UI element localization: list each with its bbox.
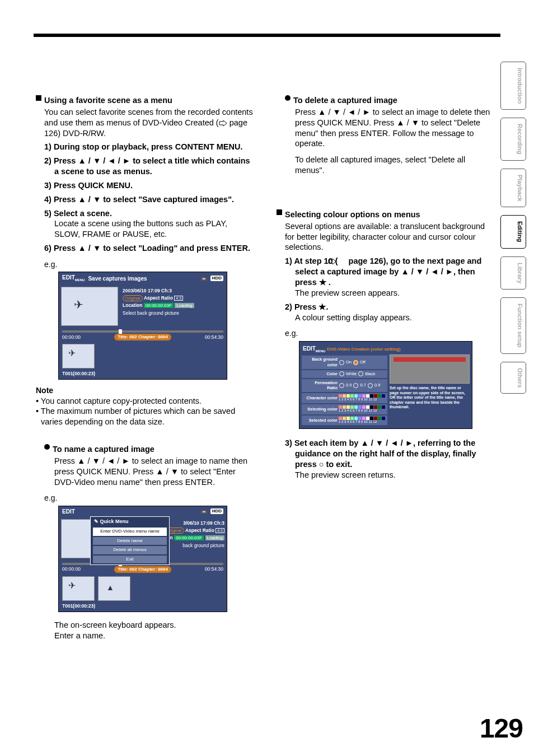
colour-step-1: 1) At step 10 ( page 126), go to the nex… [285,256,495,288]
colour-step-1-result: The preview screen appears. [295,288,495,298]
page-rule [34,34,500,37]
footer-line-2: Enter a name. [54,631,254,641]
note-heading: Note [36,385,254,395]
right-column: To delete a captured image Press ▲ / ▼ /… [277,95,495,641]
star-icon: ★ [318,302,326,311]
time-badge: 00:00:00:03F [144,303,174,308]
plane-icon: ✈ [74,297,83,312]
note-2: • The maximum number of pictures which c… [36,406,254,427]
heading-colour-options: Selecting colour options on menus [277,209,495,220]
osd-instruction: Select back ground picture [123,310,224,316]
captured-thumb-a: ✈ [62,576,95,601]
hdd-badge: HDD [210,276,223,281]
delete-all-body: To delete all captured images, select "D… [295,155,495,176]
osd2-title-left: EDIT [62,508,75,515]
heading-name-captured: To name a captured image [44,444,254,455]
hdd-icon: 📼 [200,275,207,282]
captured-thumb-b: ▲ [98,576,130,601]
osd-thumbnail: ✈ [61,287,118,326]
dot-bullet-icon [44,444,50,450]
osd-color-setting: EDITMENU DVD-Video Creation (color setti… [299,341,472,430]
heading-delete-captured: To delete a captured image [285,95,495,106]
osd-save-captures: EDITMENU Save captures images 📼 HDD ✈ 20… [58,272,227,380]
heading-favorite-scene: Using a favorite scene as a menu [36,95,254,106]
square-bullet-icon [277,209,282,215]
step-6: 6) Press ▲ / ▼ to select "Loading" and p… [44,243,254,254]
page-ref-arrow-icon [219,118,227,124]
pencil-icon: ✎ [94,519,99,524]
tab-others: Others [500,362,526,394]
loading-badge: Loading [175,303,194,308]
note-1: • You cannot capture copy-protected cont… [36,396,254,407]
circle-icon: ○ [319,460,324,469]
tab-introduction: Introduction [500,62,526,110]
qm-item-enter-name: Enter DVD-Video menu name [93,528,167,535]
title-chapter-pill: Title: 002 Chapter: 0004 [114,334,171,340]
quick-menu-overlay: ✎ Quick Menu Enter DVD-Video menu name D… [90,516,170,565]
page-number: 129 [480,711,523,746]
colour-step-3-result: The preview screen returns. [295,470,495,480]
step-3: 3) Press QUICK MENU. [44,180,254,191]
ratio-badge: 4:3 [174,296,183,301]
time-right: 00:54:30 [205,334,223,340]
colour-step-3: 3) Set each item by ▲ / ▼ / ◄ / ►, refer… [285,438,495,470]
tab-editing: Editing [500,215,526,248]
star-icon: ★ [319,278,326,287]
color-help-text: Set up the disc name, the title name or … [390,386,470,409]
hdd-badge: HDD [210,508,223,514]
qm-item-delete-name: Delete name [93,537,167,545]
square-bullet-icon [36,95,41,101]
time-left: 00:00:00 [62,334,81,340]
delete-body: Press ▲ / ▼ / ◄ / ► to select an image t… [295,107,495,149]
cap-label: T001(00:00:23) [59,371,227,379]
colour-intro: Several options are available: a translu… [285,221,495,253]
dot-bullet-icon [285,95,291,101]
qm-item-exit: Exit [93,556,167,563]
osd-date: 2003/06/10 17:09 Ch:3 [123,288,224,294]
tab-recording: Recording [500,118,526,160]
osd-title-left: EDITMENU [62,274,85,283]
section-tabs: Introduction Recording Playback Editing … [500,62,526,394]
hdd-icon: 📼 [200,508,207,515]
intro-paragraph: You can select favorite scenes from the … [44,107,254,139]
captured-thumb-1: ✈ [62,344,95,368]
qm-item-delete-all: Delete all menus [93,546,167,554]
tab-playback: Playback [500,169,526,208]
name-captured-body: Press ▲ / ▼ / ◄ / ► to select an image t… [54,456,254,488]
step-4: 4) Press ▲ / ▼ to select "Save captured … [44,194,254,205]
left-column: Using a favorite scene as a menu You can… [36,95,254,641]
colour-step-2: 2) Press ★. [285,302,495,312]
page-ref-arrow-icon [338,256,346,262]
example-label-2: e.g. [44,493,254,503]
step-5-detail: Locate a scene using the buttons such as… [54,218,254,240]
step-1: 1) During stop or playback, press CONTEN… [44,142,254,152]
heading-text: Using a favorite scene as a menu [44,95,172,106]
osd-title-right: Save captures images [88,275,196,282]
color-preview [390,354,470,384]
step-5: 5) Select a scene. [44,208,254,219]
step-2: 2) Press ▲ / ▼ / ◄ / ► to select a title… [44,156,254,177]
tab-function-setup: Function setup [500,297,526,354]
original-badge: Original [123,295,143,301]
tab-library: Library [500,256,526,290]
example-label-1: e.g. [44,259,254,269]
example-label-3: e.g. [285,328,495,338]
osd-quick-menu: EDIT 📼 HDD ✎ Quick Menu Enter DVD-Video … [58,506,227,612]
colour-step-2-result: A colour setting display appears. [295,312,495,323]
footer-line-1: The on-screen keyboard appears. [54,620,254,631]
